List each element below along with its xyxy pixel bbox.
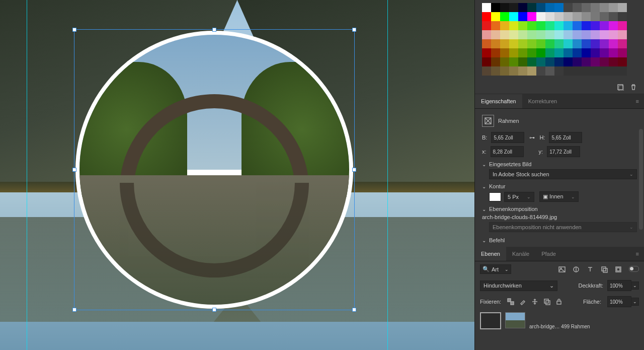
tab-layers[interactable]: Ebenen <box>475 247 506 261</box>
swatch[interactable] <box>600 12 609 21</box>
swatch[interactable] <box>554 39 564 48</box>
section-command[interactable]: Befehl <box>482 237 637 243</box>
swatch[interactable] <box>536 30 545 39</box>
new-swatch-icon[interactable] <box>617 84 624 91</box>
swatch[interactable] <box>618 12 627 21</box>
swatch[interactable] <box>582 3 591 12</box>
swatch[interactable] <box>509 3 518 12</box>
swatch[interactable] <box>527 48 536 57</box>
swatch[interactable] <box>582 57 591 66</box>
swatch[interactable] <box>509 66 518 76</box>
swatch[interactable] <box>582 30 591 39</box>
swatch[interactable] <box>600 48 609 57</box>
swatch[interactable] <box>500 21 509 30</box>
swatch[interactable] <box>536 57 545 66</box>
stroke-color-swatch[interactable] <box>489 192 501 201</box>
layer-thumb-image[interactable] <box>505 312 525 328</box>
swatch[interactable] <box>609 66 618 76</box>
swatch[interactable] <box>482 48 491 57</box>
swatch[interactable] <box>518 66 527 76</box>
swatch[interactable] <box>527 12 536 21</box>
filter-toggle[interactable] <box>629 266 639 272</box>
swatch[interactable] <box>545 21 554 30</box>
filter-text-icon[interactable] <box>587 266 594 273</box>
lock-paint-icon[interactable] <box>519 298 526 305</box>
selection-box[interactable] <box>74 29 355 310</box>
swatch[interactable] <box>582 12 591 21</box>
fill-input[interactable] <box>607 296 631 307</box>
swatch[interactable] <box>573 30 582 39</box>
swatch[interactable] <box>591 39 600 48</box>
swatch[interactable] <box>609 48 618 57</box>
handle-e[interactable] <box>352 168 356 172</box>
swatch[interactable] <box>509 12 518 21</box>
swatch[interactable] <box>482 30 491 39</box>
swatch[interactable] <box>545 30 554 39</box>
lock-position-icon[interactable] <box>531 298 538 305</box>
comp-dropdown[interactable]: Ebenenkomposition nicht anwenden⌄ <box>489 222 637 232</box>
handle-w[interactable] <box>72 168 76 172</box>
swatch[interactable] <box>564 48 573 57</box>
swatch[interactable] <box>573 3 582 12</box>
swatch[interactable] <box>491 66 500 76</box>
swatch[interactable] <box>518 21 527 30</box>
swatch[interactable] <box>618 21 627 30</box>
swatch[interactable] <box>491 30 500 39</box>
swatch[interactable] <box>545 39 554 48</box>
scrollbar[interactable] <box>639 129 643 230</box>
swatch[interactable] <box>554 30 564 39</box>
swatch[interactable] <box>509 48 518 57</box>
tab-paths[interactable]: Pfade <box>535 247 562 261</box>
swatch[interactable] <box>482 66 491 76</box>
height-input[interactable] <box>549 132 582 143</box>
stroke-align-dropdown[interactable]: ▣ Innen⌄ <box>539 191 579 202</box>
swatch[interactable] <box>518 12 527 21</box>
swatch[interactable] <box>509 21 518 30</box>
filter-smart-icon[interactable] <box>615 266 622 273</box>
swatch[interactable] <box>573 12 582 21</box>
swatch[interactable] <box>500 66 509 76</box>
stroke-size-dropdown[interactable]: 5 Px⌄ <box>504 192 534 202</box>
guide-vertical[interactable] <box>387 0 388 350</box>
opacity-input[interactable] <box>607 280 631 291</box>
swatch[interactable] <box>600 66 609 76</box>
canvas[interactable] <box>0 0 474 350</box>
filter-adjust-icon[interactable] <box>573 266 580 273</box>
swatch[interactable] <box>573 66 582 76</box>
swatch[interactable] <box>482 12 491 21</box>
swatch[interactable] <box>618 3 627 12</box>
swatch[interactable] <box>536 39 545 48</box>
panel-menu-icon[interactable]: ≡ <box>631 98 644 104</box>
swatch[interactable] <box>527 57 536 66</box>
link-wh-icon[interactable]: ⊶ <box>527 134 536 141</box>
swatch[interactable] <box>527 30 536 39</box>
swatch[interactable] <box>527 66 536 76</box>
swatch[interactable] <box>536 3 545 12</box>
swatch[interactable] <box>554 48 564 57</box>
tab-corrections[interactable]: Korrekturen <box>522 94 563 108</box>
swatch[interactable] <box>554 21 564 30</box>
swatch[interactable] <box>545 3 554 12</box>
blend-mode-dropdown[interactable]: Hindurchwirken⌄ <box>480 281 557 291</box>
swatch[interactable] <box>618 66 627 76</box>
swatch[interactable] <box>491 57 500 66</box>
swatch[interactable] <box>545 57 554 66</box>
lock-nest-icon[interactable] <box>543 298 550 305</box>
swatch[interactable] <box>564 66 573 76</box>
handle-ne[interactable] <box>352 28 356 32</box>
swatch[interactable] <box>600 30 609 39</box>
swatch[interactable] <box>518 57 527 66</box>
fill-chevron[interactable]: ⌄ <box>631 298 639 306</box>
section-stroke[interactable]: Kontur <box>482 183 637 189</box>
swatch[interactable] <box>609 3 618 12</box>
swatch[interactable] <box>545 12 554 21</box>
handle-se[interactable] <box>352 308 356 312</box>
guide-vertical[interactable] <box>27 0 27 350</box>
swatch[interactable] <box>509 57 518 66</box>
x-input[interactable] <box>491 146 524 157</box>
swatch[interactable] <box>564 12 573 21</box>
swatch[interactable] <box>536 12 545 21</box>
swatch[interactable] <box>591 12 600 21</box>
swatch[interactable] <box>600 21 609 30</box>
swatch[interactable] <box>536 21 545 30</box>
